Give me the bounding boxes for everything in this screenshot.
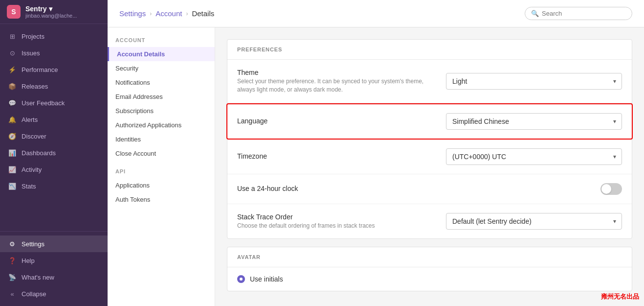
sidebar-item-dashboards[interactable]: 📊 Dashboards [0, 144, 108, 161]
sidebar-bottom: ⚙ Settings ❓ Help 📡 What's new « Collaps… [0, 231, 108, 306]
chevrons-left-icon: « [8, 289, 17, 298]
bar-chart-icon: 📉 [8, 182, 17, 190]
preferences-card: PREFERENCES Theme Select your theme pref… [227, 39, 632, 239]
language-select[interactable]: Simplified Chinese English Spanish Frenc… [446, 113, 622, 130]
sidebar-item-label: Projects [22, 33, 44, 40]
org-name: Sentry ▾ [25, 5, 101, 13]
sidebar-item-help[interactable]: ❓ Help [0, 252, 108, 269]
sec-nav-email-addresses[interactable]: Email Addresses [108, 90, 215, 104]
sec-section-label-1: API [108, 168, 215, 178]
stack-trace-row: Stack Trace Order Choose the default ord… [227, 204, 632, 239]
sidebar-item-label: Performance [22, 66, 58, 73]
activity-icon: 📈 [8, 165, 17, 174]
sidebar-item-label: Dashboards [22, 149, 56, 157]
lightning-icon: ⚡ [8, 65, 17, 74]
sec-nav-applications[interactable]: Applications [108, 178, 215, 192]
sec-nav-authorized-applications[interactable]: Authorized Applications [108, 118, 215, 132]
sidebar-item-label: Alerts [22, 116, 38, 123]
secondary-sidebar: ACCOUNTAccount DetailsSecurityNotificati… [108, 27, 215, 306]
stack-trace-label-group: Stack Trace Order Choose the default ord… [237, 213, 438, 230]
help-circle-icon: ❓ [8, 256, 17, 265]
sidebar-item-label: What's new [22, 274, 54, 281]
sec-section-label-0: ACCOUNT [108, 37, 215, 47]
compass-icon: 🧭 [8, 132, 17, 141]
use-initials-radio[interactable] [237, 275, 245, 283]
sidebar-item-label: Help [22, 257, 35, 264]
stack-trace-select[interactable]: Default (let Sentry decide) Newest first… [446, 213, 622, 230]
org-logo: S [7, 5, 21, 19]
theme-desc: Select your theme preference. It can be … [237, 77, 438, 94]
sidebar-item-settings[interactable]: ⚙ Settings [0, 235, 108, 252]
stack-trace-label: Stack Trace Order [237, 213, 438, 221]
sidebar-item-label: Settings [22, 240, 44, 248]
sidebar-item-projects[interactable]: ⊞ Projects [0, 28, 108, 45]
avatar-card: AVATAR Use initials [227, 247, 632, 291]
sidebar-item-releases[interactable]: 📦 Releases [0, 78, 108, 94]
sidebar: S Sentry ▾ jinbao.wang@lache... ⊞ Projec… [0, 0, 108, 306]
language-row: Language Simplified Chinese English Span… [226, 103, 633, 140]
clock-toggle[interactable] [600, 183, 622, 195]
page-content: PREFERENCES Theme Select your theme pref… [215, 27, 644, 306]
stack-trace-select-wrapper: Default (let Sentry decide) Newest first… [446, 213, 622, 230]
theme-select-wrapper: Light Dark System ▾ [446, 73, 622, 90]
search-box: 🔍 [525, 7, 632, 20]
clock-label-group: Use a 24-hour clock [237, 185, 593, 193]
topbar: Settings › Account › Details 🔍 [108, 0, 644, 27]
sidebar-item-issues[interactable]: ⊙ Issues [0, 45, 108, 61]
clock-control[interactable] [600, 183, 622, 195]
org-email: jinbao.wang@lache... [25, 13, 101, 19]
sec-nav-identities[interactable]: Identities [108, 132, 215, 146]
language-select-wrapper: Simplified Chinese English Spanish Frenc… [446, 113, 622, 130]
stack-trace-control: Default (let Sentry decide) Newest first… [446, 213, 622, 230]
clock-toggle-knob [601, 184, 611, 194]
sidebar-item-label: Issues [22, 49, 40, 57]
search-input[interactable] [542, 10, 626, 17]
sidebar-item-alerts[interactable]: 🔔 Alerts [0, 111, 108, 128]
radio-icon: 📡 [8, 273, 17, 282]
sidebar-item-whats-new[interactable]: 📡 What's new [0, 269, 108, 285]
breadcrumb-sep-2: › [186, 10, 188, 17]
timezone-control: (UTC+0000) UTC (UTC-0800) PST (UTC+0800)… [446, 148, 622, 165]
sidebar-item-label: Discover [22, 133, 46, 140]
timezone-select[interactable]: (UTC+0000) UTC (UTC-0800) PST (UTC+0800)… [446, 148, 622, 165]
chart-icon: 📊 [8, 148, 17, 157]
sec-nav-notifications[interactable]: Notifications [108, 75, 215, 90]
theme-row: Theme Select your theme preference. It c… [227, 60, 632, 103]
main-area: Settings › Account › Details 🔍 ACCOUNTAc… [108, 0, 644, 306]
sidebar-item-label: Activity [22, 166, 42, 173]
sec-nav-subscriptions[interactable]: Subscriptions [108, 104, 215, 118]
preferences-header: PREFERENCES [227, 40, 632, 60]
sidebar-item-label: Collapse [22, 290, 46, 298]
timezone-select-wrapper: (UTC+0000) UTC (UTC-0800) PST (UTC+0800)… [446, 148, 622, 165]
stack-trace-desc: Choose the default ordering of frames in… [237, 222, 438, 230]
theme-label-group: Theme Select your theme preference. It c… [237, 69, 438, 94]
breadcrumb-details: Details [192, 9, 214, 18]
sec-nav-account-details[interactable]: Account Details [108, 47, 215, 61]
language-control: Simplified Chinese English Spanish Frenc… [446, 113, 622, 130]
box-icon: 📦 [8, 82, 17, 91]
search-icon: 🔍 [531, 10, 539, 17]
clock-label: Use a 24-hour clock [237, 185, 593, 192]
sidebar-item-performance[interactable]: ⚡ Performance [0, 61, 108, 78]
sec-nav-security[interactable]: Security [108, 61, 215, 75]
org-switcher[interactable]: S Sentry ▾ jinbao.wang@lache... [0, 0, 108, 24]
breadcrumb-settings[interactable]: Settings [119, 9, 146, 18]
org-info: Sentry ▾ jinbao.wang@lache... [25, 5, 101, 19]
theme-control: Light Dark System ▾ [446, 73, 622, 90]
alert-circle-icon: ⊙ [8, 48, 17, 57]
sidebar-item-user-feedback[interactable]: 💬 User Feedback [0, 94, 108, 111]
breadcrumb-account[interactable]: Account [155, 9, 182, 18]
sec-nav-auth-tokens[interactable]: Auth Tokens [108, 192, 215, 207]
sidebar-item-activity[interactable]: 📈 Activity [0, 161, 108, 178]
timezone-label: Timezone [237, 152, 438, 160]
sidebar-item-label: User Feedback [22, 99, 65, 107]
avatar-use-initials-row: Use initials [227, 267, 632, 291]
sidebar-item-collapse[interactable]: « Collapse [0, 285, 108, 302]
org-chevron-icon: ▾ [49, 5, 52, 13]
sidebar-item-stats[interactable]: 📉 Stats [0, 178, 108, 194]
clock-row: Use a 24-hour clock [227, 174, 632, 204]
theme-select[interactable]: Light Dark System [446, 73, 622, 90]
radio-dot [240, 278, 243, 281]
sec-nav-close-account[interactable]: Close Account [108, 146, 215, 161]
sidebar-item-discover[interactable]: 🧭 Discover [0, 128, 108, 144]
